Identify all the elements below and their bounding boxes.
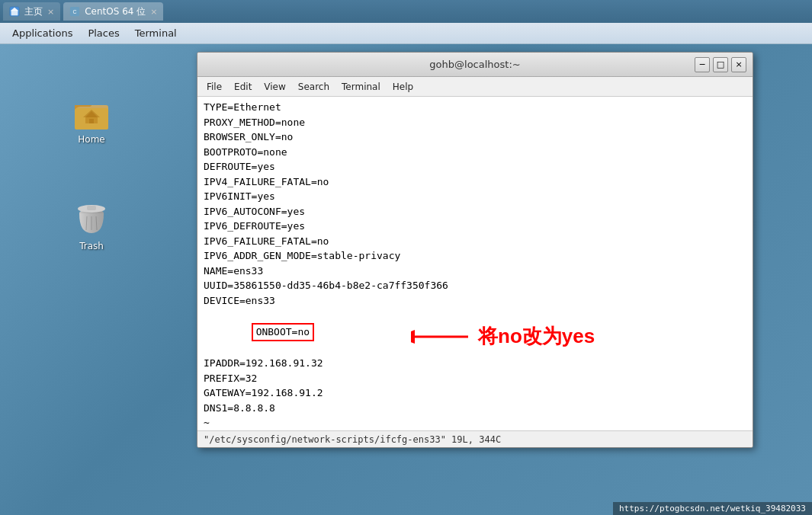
folder-icon [73, 94, 110, 131]
trash-icon [73, 201, 110, 238]
svg-rect-15 [87, 206, 96, 210]
terminal-line: PREFIX=32 [204, 371, 746, 386]
desktop-icon-home[interactable]: Home [61, 90, 122, 149]
tab-home-label: 主页 [24, 5, 43, 18]
window-titlebar: gohb@localhost:~ − □ × [197, 53, 753, 77]
menu-file[interactable]: File [201, 80, 228, 94]
tab-centos-close[interactable]: × [150, 8, 157, 16]
window-title: gohb@localhost:~ [429, 59, 520, 70]
home-icon-label: Home [78, 134, 104, 145]
terminal-line: PROXY_METHOD=none [204, 115, 746, 130]
menu-search[interactable]: Search [292, 80, 335, 94]
window-minimize-button[interactable]: − [695, 57, 710, 72]
svg-text:C: C [73, 9, 77, 14]
terminal-line: TYPE=Ethernet [204, 100, 746, 115]
terminal-line: GATEWAY=192.168.91.2 [204, 385, 746, 401]
terminal-line: IPV4_FAILURE_FATAL=no [204, 174, 746, 190]
desktop-icon-trash[interactable]: Trash [61, 197, 122, 256]
svg-rect-1 [11, 10, 18, 15]
terminal-line: IPADDR=192.168.91.32 [204, 356, 746, 371]
terminal-line: IPV6_DEFROUTE=yes [204, 219, 746, 234]
trash-icon-label: Trash [79, 241, 104, 251]
menu-terminal-app[interactable]: Terminal [335, 80, 387, 94]
terminal-line: NAME=ens33 [204, 264, 746, 279]
menu-applications[interactable]: Applications [6, 25, 79, 41]
terminal-line: UUID=35861550-dd35-46b4-b8e2-ca7ff350f36… [204, 278, 746, 293]
terminal-line: DEFROUTE=yes [204, 159, 746, 174]
menu-places[interactable]: Places [82, 25, 125, 41]
terminal-window: gohb@localhost:~ − □ × File Edit View Se… [197, 52, 753, 448]
terminal-statusbar: "/etc/sysconfig/network-scripts/ifcfg-en… [197, 430, 753, 447]
bottom-bar: https://ptogbcsdn.net/wetkiq_39482033 [613, 502, 812, 515]
terminal-line: BOOTPROTO=none [204, 145, 746, 160]
terminal-content[interactable]: TYPE=Ethernet PROXY_METHOD=none BROWSER_… [197, 97, 753, 430]
terminal-line: ~ [204, 415, 746, 430]
window-menubar: File Edit View Search Terminal Help [197, 77, 753, 97]
tab-centos-label: CentOS 64 位 [85, 5, 146, 18]
taskbar: 主页 × C CentOS 64 位 × [0, 0, 812, 23]
terminal-line: IPV6INIT=yes [204, 189, 746, 204]
menu-terminal[interactable]: Terminal [129, 25, 183, 41]
tab-home-close[interactable]: × [47, 8, 54, 16]
menu-help[interactable]: Help [387, 80, 419, 94]
terminal-line: DNS1=8.8.8.8 [204, 401, 746, 416]
terminal-line: IPV6_AUTOCONF=yes [204, 204, 746, 219]
window-close-button[interactable]: × [731, 57, 746, 72]
terminal-line: IPV6_FAILURE_FATAL=no [204, 234, 746, 249]
menu-view[interactable]: View [258, 80, 291, 94]
onboot-highlight: ONBOOT=no [252, 323, 314, 341]
menu-edit[interactable]: Edit [228, 80, 258, 94]
window-maximize-button[interactable]: □ [713, 57, 728, 72]
centos-tab-icon: C [69, 6, 80, 17]
tab-home[interactable]: 主页 × [3, 2, 60, 21]
terminal-line: IPV6_ADDR_GEN_MODE=stable-privacy [204, 248, 746, 264]
status-text: "/etc/sysconfig/network-scripts/ifcfg-en… [204, 434, 501, 445]
terminal-line: DEVICE=ens33 [204, 293, 746, 309]
menubar: Applications Places Terminal [0, 23, 812, 44]
home-tab-icon [9, 6, 20, 17]
tab-centos[interactable]: C CentOS 64 位 × [63, 2, 163, 21]
desktop: Home [0, 44, 812, 515]
window-controls: − □ × [695, 57, 746, 72]
terminal-line: BROWSER_ONLY=no [204, 130, 746, 145]
svg-rect-11 [89, 119, 94, 123]
watermark-text: https://ptogbcsdn.net/wetkiq_39482033 [619, 504, 806, 513]
terminal-line-onboot: ONBOOT=no [204, 308, 746, 356]
